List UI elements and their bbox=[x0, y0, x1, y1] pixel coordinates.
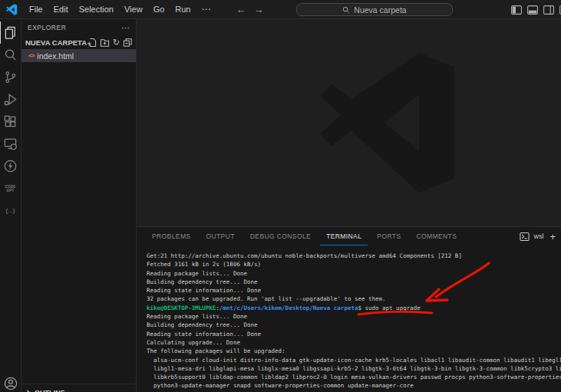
codegpt-icon[interactable]: CODEGPT bbox=[0, 177, 21, 199]
chevron-right-icon bbox=[25, 389, 32, 392]
run-and-debug-icon[interactable] bbox=[0, 88, 21, 110]
explorer-sidebar: EXPLORER ⋯ NUEVA CARPETA ↻ bbox=[21, 19, 137, 392]
search-icon bbox=[342, 6, 350, 14]
search-value: Nueva carpeta bbox=[354, 5, 406, 15]
tab-ports[interactable]: PORTS bbox=[371, 227, 407, 245]
panel-tab-bar: PROBLEMS OUTPUT DEBUG CONSOLE TERMINAL P… bbox=[137, 227, 561, 245]
source-control-icon[interactable] bbox=[0, 66, 21, 88]
file-item-index-html[interactable]: <> index.html bbox=[21, 49, 136, 62]
file-name: index.html bbox=[37, 51, 74, 61]
command-center-search[interactable]: Nueva carpeta bbox=[296, 3, 453, 16]
bottom-panel: PROBLEMS OUTPUT DEBUG CONSOLE TERMINAL P… bbox=[137, 226, 561, 392]
new-file-icon[interactable] bbox=[87, 38, 97, 48]
forward-icon[interactable]: → bbox=[254, 4, 264, 15]
remote-explorer-icon[interactable] bbox=[0, 133, 21, 155]
terminal-output[interactable]: Get:21 http://archive.ubuntu.com/ubuntu … bbox=[147, 252, 561, 392]
tab-output[interactable]: OUTPUT bbox=[200, 227, 240, 245]
explorer-icon[interactable] bbox=[0, 21, 21, 44]
vscode-watermark-icon bbox=[318, 51, 461, 194]
menu-run[interactable]: Run bbox=[170, 5, 196, 14]
folder-section-header[interactable]: NUEVA CARPETA ↻ bbox=[21, 36, 136, 49]
menu-bar: File Edit Selection View Go Run ⋯ bbox=[24, 4, 216, 15]
menu-selection[interactable]: Selection bbox=[74, 5, 119, 14]
empty-editor bbox=[137, 19, 561, 226]
folder-name: NUEVA CARPETA bbox=[25, 38, 87, 47]
tab-problems[interactable]: PROBLEMS bbox=[146, 227, 196, 245]
terminal-shell-icon bbox=[520, 232, 530, 242]
extensions-icon[interactable] bbox=[0, 110, 21, 133]
layout-controls bbox=[511, 0, 561, 19]
title-bar: File Edit Selection View Go Run ⋯ ← → Nu… bbox=[0, 0, 561, 19]
explorer-actions: ↻ bbox=[87, 38, 133, 48]
vscode-logo-icon bbox=[6, 4, 18, 15]
menu-edit[interactable]: Edit bbox=[48, 5, 74, 14]
menu-view[interactable]: View bbox=[119, 5, 148, 14]
outline-section-header[interactable]: OUTLINE bbox=[21, 384, 137, 392]
sidebar-header: EXPLORER ⋯ bbox=[21, 19, 136, 36]
menu-file[interactable]: File bbox=[24, 5, 48, 14]
search-view-icon[interactable] bbox=[0, 44, 21, 66]
new-terminal-icon[interactable]: + bbox=[547, 231, 558, 242]
code-snippets-icon[interactable]: {...} bbox=[0, 199, 21, 222]
html-file-icon: <> bbox=[28, 52, 34, 59]
menu-go[interactable]: Go bbox=[148, 5, 170, 14]
views-more-icon[interactable]: ⋯ bbox=[121, 23, 130, 33]
editor-group: PROBLEMS OUTPUT DEBUG CONSOLE TERMINAL P… bbox=[137, 19, 561, 392]
tab-comments[interactable]: COMMENTS bbox=[410, 227, 463, 245]
back-icon[interactable]: ← bbox=[236, 4, 246, 15]
refresh-explorer-icon[interactable]: ↻ bbox=[113, 38, 120, 47]
account-icon[interactable] bbox=[0, 372, 21, 392]
outline-label: OUTLINE bbox=[35, 389, 65, 392]
activity-bar: CODEGPT {...} bbox=[0, 19, 21, 392]
thunder-client-icon[interactable] bbox=[0, 155, 21, 177]
tab-debug-console[interactable]: DEBUG CONSOLE bbox=[244, 227, 317, 245]
terminal-actions: wsl + bbox=[520, 227, 558, 245]
toggle-secondary-sidebar-icon[interactable] bbox=[543, 5, 554, 15]
menu-more-icon[interactable]: ⋯ bbox=[196, 4, 216, 15]
vscode-window: File Edit Selection View Go Run ⋯ ← → Nu… bbox=[0, 0, 561, 392]
toggle-sidebar-icon[interactable] bbox=[511, 5, 522, 15]
shell-name[interactable]: wsl bbox=[533, 232, 543, 240]
history-nav: ← → bbox=[236, 4, 264, 15]
collapse-folders-icon[interactable] bbox=[123, 38, 133, 48]
workbench: CODEGPT {...} EXPLORER ⋯ bbox=[0, 19, 561, 392]
tab-terminal[interactable]: TERMINAL bbox=[320, 227, 368, 245]
toggle-panel-icon[interactable] bbox=[527, 5, 538, 15]
new-folder-icon[interactable] bbox=[100, 38, 110, 48]
sidebar-title: EXPLORER bbox=[28, 24, 121, 31]
